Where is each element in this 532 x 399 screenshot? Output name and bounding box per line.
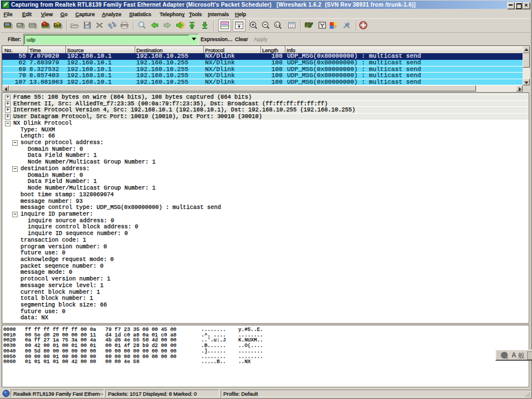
svg-text:1:1: 1:1 xyxy=(275,23,280,27)
